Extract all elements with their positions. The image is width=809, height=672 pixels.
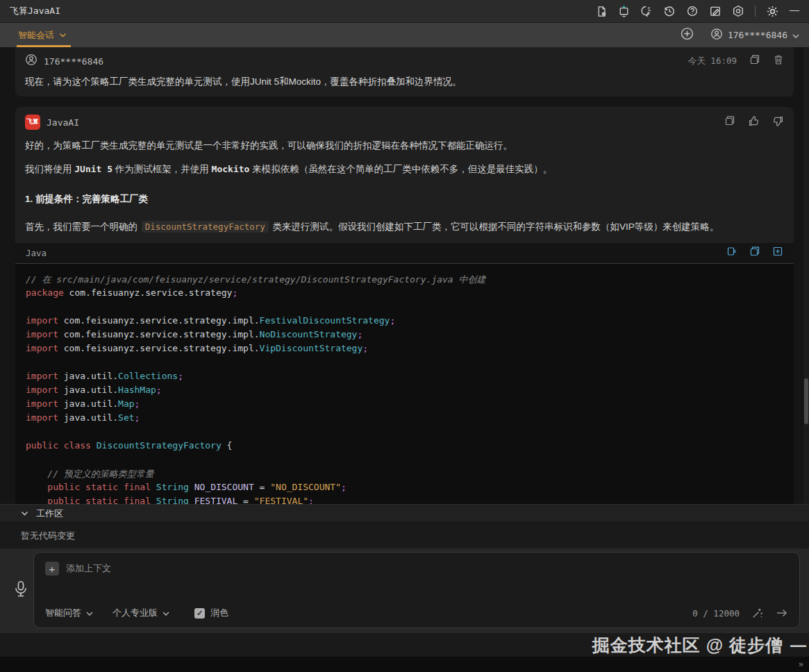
chevron-down-icon bbox=[59, 33, 67, 38]
inline-strong: JUnit 5 bbox=[74, 164, 112, 174]
code-line: import java.util.HashMap; bbox=[26, 385, 794, 398]
add-context-row: + 添加上下文 bbox=[45, 562, 788, 576]
workspace-header[interactable]: 工作区 bbox=[0, 504, 809, 523]
copy-icon[interactable] bbox=[749, 246, 760, 260]
workspace-empty-text: 暂无代码变更 bbox=[0, 523, 809, 542]
code-line: package com.feisuanyz.service.strategy; bbox=[26, 287, 794, 301]
user-icon bbox=[710, 28, 723, 43]
help-icon[interactable] bbox=[686, 5, 699, 17]
inline-strong: Mockito bbox=[212, 164, 250, 174]
titlebar-separator bbox=[755, 6, 756, 17]
code-line bbox=[26, 357, 794, 371]
mode-select-value: 智能问答 bbox=[45, 607, 81, 619]
chevron-down-icon bbox=[792, 29, 799, 42]
user-message: 176****6846 今天 16:09 现在，请为这个策略工厂类 bbox=[15, 47, 794, 96]
chevron-down-icon bbox=[86, 608, 93, 619]
scrollbar-track[interactable] bbox=[803, 47, 809, 504]
tab-smart-chat[interactable]: 智能会话 bbox=[17, 23, 71, 47]
chevron-down-icon bbox=[21, 508, 28, 519]
tabbar-right: 176****6846 bbox=[681, 27, 799, 43]
chevron-down-icon bbox=[162, 608, 169, 619]
checkbox-checked-icon[interactable]: ✓ bbox=[194, 608, 205, 619]
add-context-button[interactable]: + bbox=[45, 562, 59, 576]
code-line bbox=[26, 454, 794, 468]
ai-paragraph-1: 好的，为策略工厂类生成完整的单元测试是一个非常好的实践，可以确保我们的折扣逻辑在… bbox=[15, 139, 794, 153]
user-message-text: 现在，请为这个策略工厂类生成完整的单元测试，使用JUnit 5和Mockito，… bbox=[15, 69, 794, 88]
watermark-band: 掘金技术社区 @ 徒步僧 — bbox=[0, 633, 809, 657]
ai-message-header: 飞算 JavaAI bbox=[15, 115, 794, 130]
code-line: public class DiscountStrategyFactory { bbox=[26, 440, 794, 454]
minimize-button[interactable]: — bbox=[790, 5, 799, 17]
javaai-logo: 飞算 bbox=[25, 115, 40, 130]
ai-name: JavaAI bbox=[47, 117, 79, 128]
thumbs-up-icon[interactable] bbox=[748, 115, 760, 130]
copy-icon[interactable] bbox=[749, 54, 760, 68]
chat-area: 176****6846 今天 16:09 现在，请为这个策略工厂类 bbox=[0, 47, 809, 504]
inline-code: DiscountStrategyFactory bbox=[142, 221, 269, 233]
badge-settings-icon[interactable] bbox=[732, 5, 744, 17]
titlebar-actions: — bbox=[596, 5, 799, 18]
composer-input[interactable]: + 添加上下文 智能问答 个人专业版 ✓ 润色 bbox=[33, 552, 800, 628]
watermark-text: 掘金技术社区 @ 徒步僧 bbox=[592, 634, 783, 657]
ai-assistant-icon[interactable] bbox=[640, 5, 653, 17]
file-settings-icon[interactable] bbox=[596, 6, 608, 17]
ai-message: 飞算 JavaAI bbox=[15, 107, 794, 504]
code-language-label: Java bbox=[26, 248, 47, 258]
gear-icon[interactable] bbox=[766, 5, 779, 18]
workspace-title: 工作区 bbox=[36, 507, 63, 520]
user-name: 176****6846 bbox=[44, 56, 103, 67]
code-line: import java.util.Set; bbox=[26, 412, 794, 426]
magic-wand-icon[interactable] bbox=[751, 607, 764, 619]
tabbar: 智能会话 176****6846 bbox=[0, 23, 809, 47]
user-message-header: 176****6846 今天 16:09 bbox=[15, 53, 794, 69]
char-counter: 0 / 12000 bbox=[692, 608, 740, 619]
tab-label: 智能会话 bbox=[18, 29, 54, 42]
composer-right: 0 / 12000 bbox=[692, 607, 788, 619]
text-run: 类来进行测试。假设我们创建如下工厂类，它可以根据不同的字符串标识和参数（如VIP… bbox=[270, 221, 719, 232]
code-block-header: Java bbox=[15, 243, 794, 264]
code-line: import java.util.Collections; bbox=[26, 371, 794, 385]
code-line: import java.util.Map; bbox=[26, 398, 794, 412]
microphone-icon[interactable] bbox=[12, 580, 29, 601]
code-line: import com.feisuanyz.service.strategy.im… bbox=[26, 343, 794, 357]
mode-select[interactable]: 智能问答 bbox=[45, 607, 93, 619]
bottom-strip: » bbox=[0, 657, 809, 672]
code-line: import com.feisuanyz.service.strategy.im… bbox=[26, 329, 794, 343]
text-run: 首先，我们需要一个明确的 bbox=[25, 221, 140, 232]
watermark-dash: — bbox=[790, 636, 806, 655]
ai-message-actions bbox=[724, 115, 784, 130]
new-chat-button[interactable] bbox=[681, 27, 694, 43]
task-board-icon[interactable] bbox=[618, 6, 630, 17]
ai-paragraph-2: 我们将使用 JUnit 5 作为测试框架，并使用 Mockito 来模拟依赖（虽… bbox=[15, 162, 794, 176]
user-message-actions: 今天 16:09 bbox=[688, 54, 784, 68]
insert-code-icon[interactable] bbox=[726, 246, 737, 260]
expand-chevron-icon[interactable]: » bbox=[799, 660, 803, 669]
add-file-icon[interactable] bbox=[772, 246, 783, 260]
user-avatar-icon bbox=[25, 53, 37, 69]
history-icon[interactable] bbox=[663, 5, 676, 17]
delete-icon[interactable] bbox=[773, 54, 784, 68]
account-menu[interactable]: 176****6846 bbox=[710, 28, 799, 43]
thumbs-down-icon[interactable] bbox=[772, 115, 784, 130]
plan-select[interactable]: 个人专业版 bbox=[112, 607, 169, 619]
app-window: 飞算JavaAI bbox=[0, 0, 809, 672]
copy-icon[interactable] bbox=[724, 115, 735, 129]
code-actions bbox=[726, 246, 783, 260]
feedback-edit-icon[interactable] bbox=[709, 5, 722, 17]
code-line: import com.feisuanyz.service.strategy.im… bbox=[26, 315, 794, 329]
code-line: // 在 src/main/java/com/feisuanyz/service… bbox=[26, 274, 794, 287]
polish-toggle[interactable]: ✓ 润色 bbox=[194, 607, 228, 619]
ai-heading-1: 1. 前提条件：完善策略工厂类 bbox=[15, 193, 794, 205]
titlebar: 飞算JavaAI bbox=[0, 0, 809, 23]
scrollbar-thumb[interactable] bbox=[804, 378, 808, 424]
code-line: public static final String FESTIVAL = "F… bbox=[26, 496, 794, 504]
ai-paragraph-3: 首先，我们需要一个明确的 DiscountStrategyFactory 类来进… bbox=[15, 220, 794, 234]
polish-label: 润色 bbox=[210, 607, 228, 619]
send-button[interactable] bbox=[776, 607, 788, 619]
code-block: Java bbox=[15, 243, 794, 504]
code-line bbox=[26, 426, 794, 440]
add-context-label: 添加上下文 bbox=[66, 562, 111, 575]
plan-select-value: 个人专业版 bbox=[112, 607, 158, 619]
composer-panel: + 添加上下文 智能问答 个人专业版 ✓ 润色 bbox=[0, 548, 809, 633]
text-run: 我们将使用 bbox=[25, 164, 74, 174]
